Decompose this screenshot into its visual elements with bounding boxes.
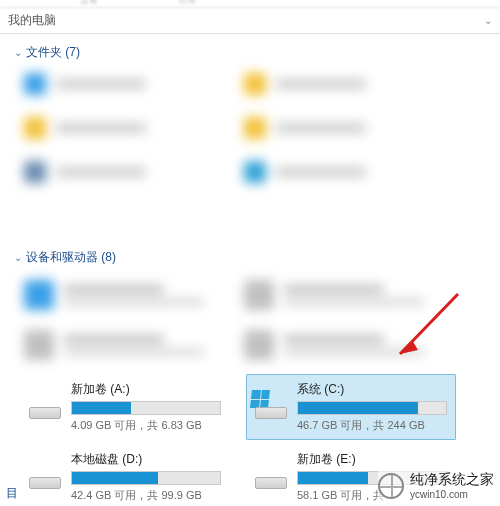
watermark: 纯净系统之家 ycwin10.com [378, 471, 494, 500]
section-header-drives[interactable]: ⌄ 设备和驱动器 (8) [0, 245, 500, 272]
folder-item[interactable] [244, 115, 424, 141]
section-header-folders[interactable]: ⌄ 文件夹 (7) [0, 34, 500, 67]
hdd-icon [27, 462, 63, 492]
drive-item[interactable] [244, 276, 424, 314]
folder-item[interactable] [24, 159, 204, 185]
capacity-bar [71, 401, 221, 415]
hdd-icon [27, 392, 63, 422]
address-bar[interactable]: 我的电脑 ⌄ [0, 8, 500, 34]
ribbon-tab: 查看 [80, 0, 98, 7]
capacity-bar [71, 471, 221, 485]
drive-item[interactable] [24, 326, 204, 364]
folder-item[interactable] [244, 71, 424, 97]
section-title: 设备和驱动器 (8) [26, 249, 116, 266]
collapse-caret-icon: ⌄ [14, 47, 22, 58]
folders-grid [0, 67, 500, 245]
drive-item[interactable] [244, 326, 424, 364]
section-title: 文件夹 (7) [26, 44, 80, 61]
drive-subtext: 4.09 GB 可用，共 6.83 GB [71, 418, 221, 433]
drive-row: 新加卷 (A:) 4.09 GB 可用，共 6.83 GB 系统 (C:) 46… [0, 372, 500, 442]
drives-blur-row [0, 272, 500, 322]
drive-a[interactable]: 新加卷 (A:) 4.09 GB 可用，共 6.83 GB [20, 374, 230, 440]
drive-subtext: 46.7 GB 可用，共 244 GB [297, 418, 447, 433]
location-text: 我的电脑 [8, 12, 484, 29]
footer-char: 目 [6, 485, 18, 502]
chevron-down-icon[interactable]: ⌄ [484, 15, 492, 26]
drive-label: 系统 (C:) [297, 381, 447, 398]
folder-item[interactable] [24, 71, 204, 97]
hdd-icon [253, 392, 289, 422]
globe-icon [378, 473, 404, 499]
ribbon-tabs: 查看 管理 [0, 0, 500, 8]
capacity-bar [297, 401, 447, 415]
hdd-icon [253, 462, 289, 492]
drives-blur-row [0, 322, 500, 372]
drive-subtext: 42.4 GB 可用，共 99.9 GB [71, 488, 221, 503]
ribbon-tab: 管理 [178, 0, 196, 7]
folder-item[interactable] [24, 115, 204, 141]
drive-label: 新加卷 (A:) [71, 381, 221, 398]
drive-label: 本地磁盘 (D:) [71, 451, 221, 468]
drive-label: 新加卷 (E:) [297, 451, 447, 468]
watermark-title: 纯净系统之家 [410, 471, 494, 487]
drive-item[interactable] [24, 276, 204, 314]
collapse-caret-icon: ⌄ [14, 252, 22, 263]
watermark-url: ycwin10.com [410, 489, 494, 500]
windows-badge-icon [250, 390, 270, 408]
drive-d[interactable]: 本地磁盘 (D:) 42.4 GB 可用，共 99.9 GB [20, 444, 230, 506]
drive-c[interactable]: 系统 (C:) 46.7 GB 可用，共 244 GB [246, 374, 456, 440]
folder-item[interactable] [244, 159, 424, 185]
